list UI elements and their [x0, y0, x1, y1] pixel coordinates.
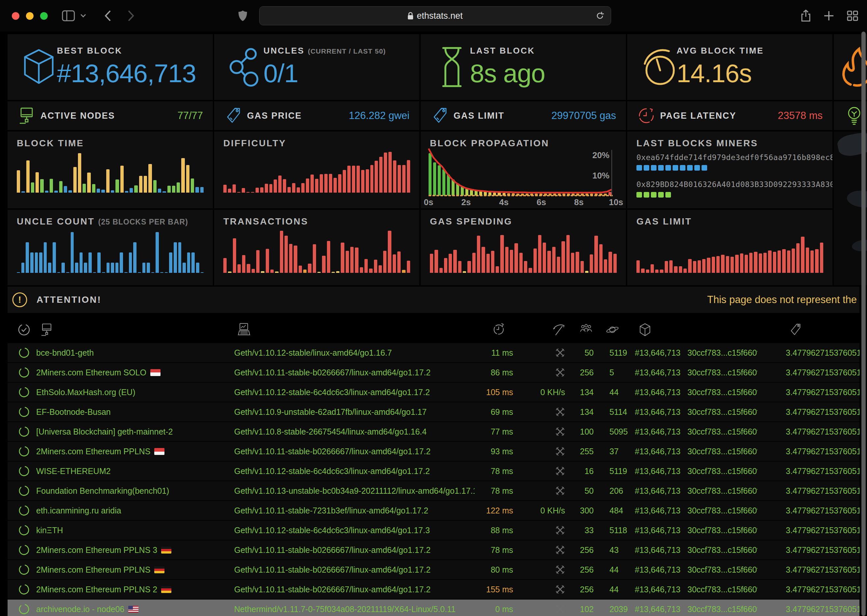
block-hash[interactable]: 30ccf783...c15f660f [680, 388, 757, 397]
bar [48, 262, 51, 273]
miner-entry[interactable]: 0xea674fdde714fd979de3edf0f56aa9716b898e… [636, 152, 826, 171]
bar [233, 184, 236, 193]
block-hash[interactable]: 30ccf783...c15f660f [680, 486, 757, 496]
last-block-number[interactable]: #13,646,713 [627, 605, 680, 614]
difficulty-tag-icon [757, 323, 859, 336]
mini-stat-gas-limit: GAS LIMIT 29970705 gas [421, 101, 626, 130]
table-row[interactable]: 2Miners.com Ethereum SOLOGeth/v1.10.11-s… [8, 363, 859, 383]
new-tab-icon[interactable] [820, 7, 837, 24]
node-name[interactable]: 2Miners.com Ethereum PPLNS 3 [31, 545, 215, 555]
shield-icon[interactable] [234, 7, 251, 24]
pending-saturn-icon [603, 324, 627, 336]
table-row[interactable]: Foundation Benchmarking(bench01)Geth/v1.… [8, 481, 859, 501]
block-hash[interactable]: 30ccf783...c15f660f [680, 585, 757, 594]
bar [238, 264, 241, 273]
block-hash[interactable]: 30ccf783...c15f660f [680, 565, 757, 575]
bar [73, 167, 77, 193]
block-hash[interactable]: 30ccf783...c15f660f [680, 348, 757, 358]
node-name[interactable]: WISE-ETHEREUM2 [31, 467, 215, 476]
miner-address[interactable]: 0x829BD824B016326A401d083B33D092293333A8… [636, 180, 832, 189]
block-hash[interactable]: 30ccf783...c15f660f [680, 605, 757, 614]
block-hash[interactable]: 30ccf783...c15f660f [680, 526, 757, 535]
sidebar-icon[interactable] [60, 7, 77, 24]
block-hash[interactable]: 30ccf783...c15f660f [680, 427, 757, 437]
minimize-icon[interactable] [26, 12, 33, 20]
last-block-number[interactable]: #13,646,713 [627, 585, 680, 594]
block-hash[interactable]: 30ccf783...c15f660f [680, 545, 757, 555]
flag-sg-icon [154, 448, 164, 455]
table-row[interactable]: [Universa Blockchain] geth-mainnet-2Geth… [8, 422, 859, 442]
last-block-number[interactable]: #13,646,713 [627, 526, 680, 535]
last-block-number[interactable]: #13,646,713 [627, 565, 680, 575]
table-row[interactable]: EthSolo.MaxHash.org (EU)Geth/v1.10.12-st… [8, 383, 859, 402]
close-icon[interactable] [12, 12, 19, 20]
block-hash[interactable]: 30ccf783...c15f660f [680, 407, 757, 417]
table-row[interactable]: WISE-ETHEREUM2Geth/v1.10.12-stable-6c4dc… [8, 462, 859, 481]
tabs-overview-icon[interactable] [844, 7, 861, 24]
block-hash[interactable]: 30ccf783...c15f660f [680, 368, 757, 377]
node-name[interactable]: bce-bnd01-geth [31, 348, 215, 358]
table-row[interactable]: 2Miners.com Ethereum PPLNSGeth/v1.10.11-… [8, 442, 859, 462]
share-icon[interactable] [797, 7, 814, 24]
node-name[interactable]: 2Miners.com Ethereum PPLNS [31, 447, 215, 456]
node-name[interactable]: 2Miners.com Ethereum SOLO [31, 368, 215, 377]
bar [133, 242, 137, 273]
last-block-number[interactable]: #13,646,713 [627, 506, 680, 515]
last-block-number[interactable]: #13,646,713 [627, 348, 680, 358]
bar [327, 241, 330, 273]
bar [130, 188, 133, 193]
table-row[interactable]: kinΞTHGeth/v1.10.12-stable-6c4dc6c3/linu… [8, 521, 859, 541]
zoom-icon[interactable] [40, 12, 48, 20]
table-row[interactable]: EF-Bootnode-BusanGeth/v1.10.9-unstable-6… [8, 402, 859, 422]
last-block-number[interactable]: #13,646,713 [627, 447, 680, 456]
node-name[interactable]: eth.icanmining.ru aridia [31, 506, 215, 515]
node-name[interactable]: [Universa Blockchain] geth-mainnet-2 [31, 427, 215, 437]
miner-entry[interactable]: 0x829BD824B016326A401d083B33D092293333A8… [636, 179, 826, 198]
last-block-number[interactable]: #13,646,713 [627, 407, 680, 417]
table-row[interactable]: 2Miners.com Ethereum PPLNS 2Geth/v1.10.1… [8, 580, 859, 600]
last-block-number[interactable]: #13,646,713 [627, 368, 680, 377]
transactions-bars [223, 231, 410, 273]
last-block-number[interactable]: #13,646,713 [627, 467, 680, 476]
last-block-number[interactable]: #13,646,713 [627, 486, 680, 496]
bar [315, 179, 318, 193]
back-icon[interactable] [99, 7, 116, 24]
cube-icon [21, 47, 57, 87]
last-block-number[interactable]: #13,646,713 [627, 388, 680, 397]
node-name[interactable]: Foundation Benchmarking(bench01) [31, 486, 215, 496]
table-row[interactable]: 2Miners.com Ethereum PPLNSGeth/v1.10.11-… [8, 560, 859, 580]
table-row[interactable]: bce-bnd01-gethGeth/v1.10.12-stable/linux… [8, 343, 859, 363]
gas-limit-bars [636, 231, 823, 273]
chevron-down-icon[interactable] [78, 7, 88, 24]
bar [636, 260, 640, 273]
reload-icon[interactable] [596, 11, 604, 20]
flag-de-icon [161, 586, 172, 593]
table-row[interactable]: eth.icanmining.ru aridiaGeth/v1.10.11-st… [8, 501, 859, 521]
scrollbar-thumb[interactable] [861, 31, 866, 616]
chart-transactions: TRANSACTIONS [214, 210, 419, 285]
block-hash[interactable]: 30ccf783...c15f660f [680, 506, 757, 515]
node-name[interactable]: 2Miners.com Ethereum PPLNS [31, 565, 215, 575]
bar [187, 253, 190, 273]
node-name[interactable]: 2Miners.com Ethereum PPLNS 2 [31, 585, 215, 594]
node-name[interactable]: EthSolo.MaxHash.org (EU) [31, 388, 215, 397]
forward-icon[interactable] [122, 7, 140, 24]
peers-count: 50 [573, 486, 603, 496]
mini-value: 77/77 [177, 110, 203, 122]
last-block-number[interactable]: #13,646,713 [627, 545, 680, 555]
table-row[interactable]: archivenode.io - node06Nethermind/v1.11.… [8, 600, 859, 616]
node-name[interactable]: kinΞTH [31, 526, 215, 535]
block-hash[interactable]: 30ccf783...c15f660f [680, 447, 757, 456]
miner-address[interactable]: 0xea674fdde714fd979de3edf0f56aa9716b898e… [636, 153, 832, 162]
node-name[interactable]: EF-Bootnode-Busan [31, 407, 215, 417]
bar [777, 250, 781, 273]
block-hash[interactable]: 30ccf783...c15f660f [680, 467, 757, 476]
table-row[interactable]: 2Miners.com Ethereum PPLNS 3Geth/v1.10.1… [8, 541, 859, 560]
last-block-number[interactable]: #13,646,713 [627, 427, 680, 437]
y-tick-label: 20% [583, 150, 609, 160]
bar [80, 253, 83, 273]
node-name[interactable]: archivenode.io - node06 [31, 605, 215, 614]
peers-count: 50 [573, 348, 603, 358]
peers-count: 256 [573, 565, 603, 575]
url-field[interactable]: ethstats.net [259, 6, 611, 25]
